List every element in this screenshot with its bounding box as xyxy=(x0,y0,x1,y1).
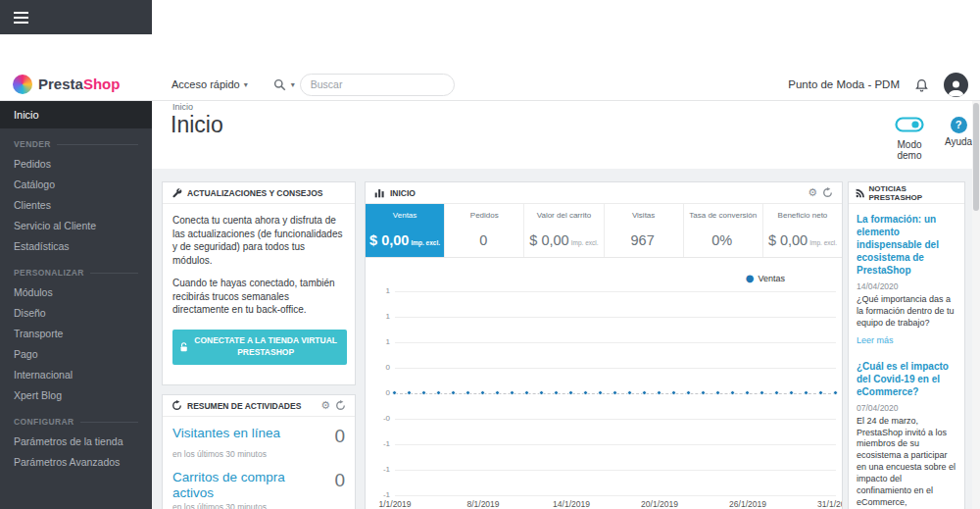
online-visitors-link[interactable]: Visitantes en línea xyxy=(172,426,328,441)
data-point[interactable] xyxy=(451,390,456,395)
data-point[interactable] xyxy=(466,390,470,395)
wrench-icon xyxy=(172,187,182,198)
y-tick-label: 0 xyxy=(375,388,390,397)
news-article-date: 07/04/2020 xyxy=(857,403,956,413)
kpi-tab-beneficio-neto[interactable]: Beneficio neto $ 0,00Imp. excl. xyxy=(763,204,842,257)
panel-settings-gear-icon[interactable]: ⚙ xyxy=(320,400,330,411)
menu-toggle[interactable] xyxy=(0,0,152,34)
data-point[interactable] xyxy=(701,390,706,395)
connect-button[interactable]: CONECTATE A LA TIENDA VIRTUAL PRESTASHOP xyxy=(172,330,347,365)
shop-name-link[interactable]: Punto de Moda - PDM xyxy=(788,78,900,90)
prestashop-logo[interactable]: PrestaShop xyxy=(0,75,152,94)
kpi-tab-ventas[interactable]: Ventas $ 0,00Imp. excl. xyxy=(366,204,445,257)
data-point[interactable] xyxy=(554,390,559,395)
y-tick-label: -1 xyxy=(375,465,390,474)
data-point[interactable] xyxy=(612,390,617,395)
data-point[interactable] xyxy=(730,390,735,395)
kpi-tab-valor-del-carrito[interactable]: Valor del carrito $ 0,00Imp. excl. xyxy=(524,204,604,257)
question-icon: ? xyxy=(951,117,967,133)
data-point[interactable] xyxy=(804,390,808,395)
data-point[interactable] xyxy=(789,390,794,395)
sidebar-section-configurar: CONFIGURAR xyxy=(0,406,152,432)
data-point[interactable] xyxy=(833,390,838,395)
notifications-bell-icon[interactable] xyxy=(914,76,929,92)
sidebar-item-xpert-blog[interactable]: Xpert Blog xyxy=(0,385,152,406)
data-point[interactable] xyxy=(583,390,588,395)
kpi-tab-pedidos[interactable]: Pedidos 0 xyxy=(445,204,524,257)
updates-paragraph-2: Cuando te hayas conectado, también recib… xyxy=(172,277,345,317)
scrollbar-track[interactable] xyxy=(972,101,980,509)
news-article: La formación: un elemento indispensable … xyxy=(857,213,956,347)
news-article-title-link[interactable]: La formación: un elemento indispensable … xyxy=(857,213,956,277)
data-point[interactable] xyxy=(392,390,397,395)
data-point[interactable] xyxy=(510,390,514,395)
scrollbar-thumb[interactable] xyxy=(973,103,979,211)
data-point[interactable] xyxy=(524,390,529,395)
dashboard-panel-header: INICIO ⚙ xyxy=(366,182,842,204)
news-article-title-link[interactable]: ¿Cuál es el impacto del Covid-19 en el e… xyxy=(857,360,956,398)
data-point[interactable] xyxy=(657,390,662,395)
data-point[interactable] xyxy=(745,390,750,395)
sidebar-item-catalogo[interactable]: Catálogo xyxy=(0,175,152,195)
search-icon[interactable] xyxy=(273,78,286,91)
read-more-link[interactable]: Leer más xyxy=(857,335,894,345)
dashboard-settings-gear-icon[interactable]: ⚙ xyxy=(808,187,817,198)
data-point[interactable] xyxy=(671,390,676,395)
data-point[interactable] xyxy=(774,390,779,395)
header: PrestaShop Acceso rápido ▾ ▾ Punto de Mo… xyxy=(0,69,980,101)
data-point[interactable] xyxy=(760,390,764,395)
data-point[interactable] xyxy=(495,390,500,395)
updates-panel-body: Conecta tu cuenta ahora y disfruta de la… xyxy=(163,204,355,365)
demo-mode-toggle[interactable]: Modo demo xyxy=(885,117,934,161)
kpi-tab-visitas[interactable]: Visitas 967 xyxy=(605,204,684,257)
sidebar-item-internacional[interactable]: Internacional xyxy=(0,365,152,385)
sidebar-item-pago[interactable]: Pago xyxy=(0,344,152,365)
sidebar-item-parametros-avanzados[interactable]: Parámetros Avanzados xyxy=(0,452,152,473)
data-point[interactable] xyxy=(568,390,573,395)
search-scope-chevron-icon[interactable]: ▾ xyxy=(291,80,295,89)
data-point[interactable] xyxy=(686,390,691,395)
sidebar-item-inicio[interactable]: Inicio xyxy=(0,101,152,128)
dashboard-refresh-icon[interactable] xyxy=(822,187,833,198)
sidebar-item-transporte[interactable]: Transporte xyxy=(0,324,152,344)
data-point[interactable] xyxy=(421,390,426,395)
news-body: La formación: un elemento indispensable … xyxy=(849,204,964,509)
avatar[interactable] xyxy=(944,73,968,97)
search-area: ▾ xyxy=(273,74,455,96)
y-tick-label: 1 xyxy=(375,337,390,346)
data-point[interactable] xyxy=(627,390,632,395)
prestashop-logo-icon xyxy=(13,75,32,94)
sidebar-item-estadisticas[interactable]: Estadísticas xyxy=(0,236,152,257)
gridline xyxy=(395,419,836,420)
sidebar-item-parametros-de-la-tienda[interactable]: Parámetros de la tienda xyxy=(0,432,152,452)
data-point[interactable] xyxy=(436,390,441,395)
toggle-icon xyxy=(895,117,924,132)
data-point[interactable] xyxy=(598,390,603,395)
sidebar-item-servicio-al-cliente[interactable]: Servicio al Cliente xyxy=(0,216,152,236)
activity-panel-header: RESUMEN DE ACTIVIDADES ⚙ xyxy=(163,395,355,417)
sidebar-item-modulos[interactable]: Módulos xyxy=(0,282,152,303)
sidebar-item-clientes[interactable]: Clientes xyxy=(0,195,152,216)
panel-refresh-icon[interactable] xyxy=(335,400,346,411)
quick-access-menu[interactable]: Acceso rápido ▾ xyxy=(172,78,248,90)
x-tick-label: 14/1/2019 xyxy=(553,499,590,509)
sidebar-item-diseno[interactable]: Diseño xyxy=(0,303,152,324)
x-tick-label: 20/1/2019 xyxy=(641,499,678,509)
news-panel-header: NOTICIAS PRESTASHOP xyxy=(849,182,964,204)
data-point[interactable] xyxy=(818,390,823,395)
y-tick-label: 1 xyxy=(375,312,390,321)
activity-row-carts: Carritos de compra activos 0 en los últi… xyxy=(163,461,355,509)
sidebar-item-pedidos[interactable]: Pedidos xyxy=(0,154,152,175)
kpi-tab-tasa-de-conversion[interactable]: Tasa de conversión 0% xyxy=(684,204,763,257)
updates-panel: ACTUALIZACIONES Y CONSEJOS Conecta tu cu… xyxy=(162,181,356,385)
active-carts-link[interactable]: Carritos de compra activos xyxy=(172,470,328,500)
data-point[interactable] xyxy=(715,390,720,395)
search-input[interactable] xyxy=(300,74,455,96)
data-point[interactable] xyxy=(480,390,485,395)
data-point[interactable] xyxy=(642,390,647,395)
y-tick-label: -1 xyxy=(375,439,390,448)
data-point[interactable] xyxy=(539,390,544,395)
news-article-date: 14/04/2020 xyxy=(857,281,956,291)
data-point[interactable] xyxy=(407,390,412,395)
hamburger-icon xyxy=(14,12,28,14)
